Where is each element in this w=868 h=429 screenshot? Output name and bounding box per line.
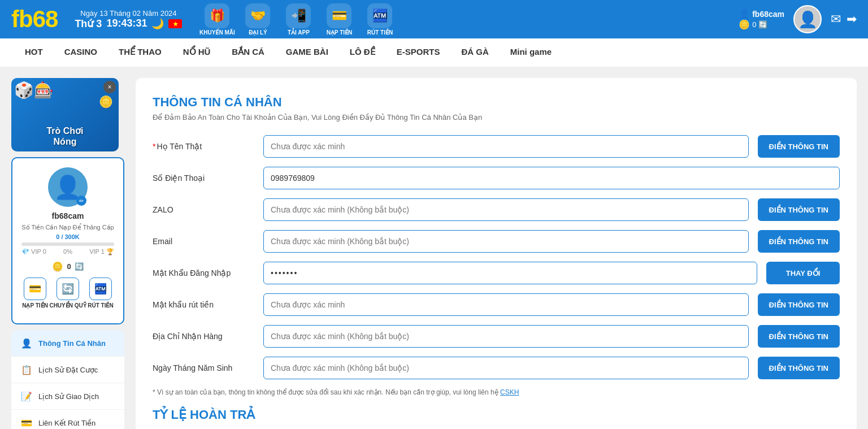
input-ho-ten[interactable] bbox=[263, 135, 749, 158]
lien-ket-icon: 💳 bbox=[20, 417, 33, 429]
logo-text-68: 68 bbox=[33, 6, 58, 32]
label-ngay-sinh: Ngày Tháng Năm Sinh bbox=[153, 363, 254, 372]
header-nav-icons: 🎁 KHUYẾN MÃI 🤝 ĐẠI LÝ 📲 TẢI APP 💳 NẠP TI… bbox=[199, 3, 398, 36]
nav-item-e-sports[interactable]: E-SPORTS bbox=[394, 39, 442, 66]
nav-item-casino[interactable]: CASINO bbox=[62, 39, 99, 66]
rut-tien-label: RÚT TIỀN bbox=[367, 29, 393, 36]
nav-nap-tien[interactable]: 💳 NẠP TIỀN bbox=[321, 3, 357, 36]
nav-item-da-ga[interactable]: ĐÁ GÀ bbox=[459, 39, 491, 66]
input-zalo[interactable] bbox=[263, 198, 749, 221]
action-rut-tien[interactable]: 🏧 RÚT TIỀN bbox=[88, 278, 113, 309]
coins-icon: 🪙 bbox=[99, 95, 113, 109]
menu-item-lien-ket-rut-tien[interactable]: 💳 Liên Kết Rút Tiền bbox=[11, 410, 124, 429]
label-so-dien-thoai: Số Điện Thoại bbox=[153, 174, 254, 183]
form-row-zalo: ZALO ĐIỀN THÔNG TIN bbox=[153, 198, 840, 221]
action-buttons: 💳 NẠP TIỀN 🔄 CHUYỂN QUỸ 🏧 RÚT TIỀN bbox=[21, 278, 114, 309]
input-dia-chi[interactable] bbox=[263, 325, 749, 348]
nav-item-the-thao[interactable]: THỂ THAO bbox=[116, 39, 164, 67]
date-display: Ngày 13 Tháng 02 Năm 2024 bbox=[80, 9, 176, 18]
chuyen-quy-action-icon: 🔄 bbox=[57, 278, 79, 300]
action-chuyen-quy[interactable]: 🔄 CHUYỂN QUỸ bbox=[49, 278, 86, 309]
refresh-balance-button[interactable]: 🔄 bbox=[75, 262, 84, 271]
label-mat-khau-dang-nhap: Mật Khẩu Đăng Nhập bbox=[153, 268, 254, 278]
content-area: THÔNG TIN CÁ NHÂN Để Đảm Bảo An Toàn Cho… bbox=[136, 78, 857, 429]
time-display: 19:43:31 bbox=[106, 18, 147, 29]
menu-item-thong-tin-ca-nhan[interactable]: 👤 Thông Tin Cá Nhân bbox=[11, 330, 124, 357]
btn-zalo[interactable]: ĐIỀN THÔNG TIN bbox=[758, 198, 840, 221]
form-row-so-dien-thoai: Số Điện Thoại bbox=[153, 167, 840, 189]
profile-form-subtitle: Để Đảm Bảo An Toàn Cho Tài Khoản Của Bạn… bbox=[153, 113, 840, 122]
khuyen-mai-label: KHUYẾN MÃI bbox=[199, 29, 235, 36]
label-dia-chi: Địa Chỉ Nhận Hàng bbox=[153, 332, 254, 341]
vip-percent: 0% bbox=[63, 248, 72, 255]
nav-item-ban-ca[interactable]: BẮN CÁ bbox=[229, 39, 267, 67]
input-mat-khau-rut-tien[interactable] bbox=[263, 293, 749, 316]
btn-ho-ten[interactable]: ĐIỀN THÔNG TIN bbox=[758, 135, 840, 158]
form-row-dia-chi: Địa Chỉ Nhận Hàng ĐIỀN THÔNG TIN bbox=[153, 325, 840, 348]
moon-icon: 🌙 bbox=[151, 18, 164, 30]
btn-email[interactable]: ĐIỀN THÔNG TIN bbox=[758, 230, 840, 253]
dice-icon: 🎲🎰 bbox=[14, 81, 54, 99]
cskh-link[interactable]: CSKH bbox=[500, 388, 519, 396]
nap-tien-icon: 💳 bbox=[327, 3, 351, 28]
nav-item-mini-game[interactable]: Mini game bbox=[508, 39, 554, 66]
refresh-icon-header[interactable]: 🔄 bbox=[758, 20, 767, 29]
nav-rut-tien[interactable]: 🏧 RÚT TIỀN bbox=[362, 3, 398, 36]
btn-ngay-sinh[interactable]: ĐIỀN THÔNG TIN bbox=[758, 357, 840, 379]
coin-icon-header: 🪙 bbox=[739, 19, 750, 30]
promo-line1: Trò Chơi bbox=[46, 126, 83, 136]
logout-icon[interactable]: ➡ bbox=[847, 12, 857, 27]
thong-tin-icon: 👤 bbox=[20, 337, 33, 349]
warning-text: * Vì sự an toàn của bạn, thông tin không… bbox=[153, 388, 840, 396]
nav-tai-app[interactable]: 📲 TẢI APP bbox=[280, 3, 316, 36]
promo-banner[interactable]: × 🎲🎰 🪙 Trò Chơi Nóng bbox=[11, 78, 119, 151]
nap-tien-label: NẠP TIỀN bbox=[327, 29, 353, 36]
input-ngay-sinh[interactable] bbox=[263, 357, 749, 379]
tai-app-label: TẢI APP bbox=[288, 29, 310, 36]
nap-tien-action-label: NẠP TIỀN bbox=[22, 302, 48, 309]
form-row-email: Email ĐIỀN THÔNG TIN bbox=[153, 230, 840, 253]
nap-tien-action-icon: 💳 bbox=[24, 278, 46, 300]
edit-avatar-button[interactable]: ✏ bbox=[76, 196, 86, 206]
header-balance: 0 bbox=[752, 20, 756, 29]
user-avatar-large: 👤 ✏ bbox=[48, 167, 88, 207]
promo-close-button[interactable]: × bbox=[103, 81, 116, 93]
tai-app-icon: 📲 bbox=[286, 3, 311, 28]
khuyen-mai-icon: 🎁 bbox=[205, 3, 229, 28]
promo-line2: Nóng bbox=[54, 137, 77, 146]
nav-item-no-hu[interactable]: NỔ HŨ bbox=[181, 39, 213, 67]
menu-label-lien-ket-rut-tien: Liên Kết Rút Tiền bbox=[38, 419, 96, 427]
header-right: 👤 fb68cam 🪙 0 🔄 👤 ✉ ➡ bbox=[739, 5, 857, 33]
progress-label: 0 / 300K bbox=[21, 233, 114, 240]
rut-tien-action-icon: 🏧 bbox=[89, 278, 112, 300]
form-row-ngay-sinh: Ngày Tháng Năm Sinh ĐIỀN THÔNG TIN bbox=[153, 357, 840, 379]
menu-item-lich-su-dat-cuoc[interactable]: 📋 Lịch Sử Đặt Cược bbox=[11, 357, 124, 383]
form-row-ho-ten: *Họ Tên Thật ĐIỀN THÔNG TIN bbox=[153, 135, 840, 158]
input-mat-khau-dang-nhap[interactable] bbox=[263, 262, 757, 284]
day-display: Thứ 3 bbox=[75, 18, 102, 30]
mail-icon[interactable]: ✉ bbox=[831, 12, 841, 27]
menu-label-lich-su-giao-dich: Lịch Sử Giao Dịch bbox=[38, 392, 99, 401]
btn-mat-khau-rut-tien[interactable]: ĐIỀN THÔNG TIN bbox=[758, 293, 840, 316]
input-so-dien-thoai[interactable] bbox=[263, 167, 840, 189]
btn-dia-chi[interactable]: ĐIỀN THÔNG TIN bbox=[758, 325, 840, 348]
btn-mat-khau-dang-nhap[interactable]: THAY ĐỔI bbox=[766, 262, 840, 284]
navbar: HOT CASINO THỂ THAO NỔ HŨ BẮN CÁ GAME BÀ… bbox=[0, 38, 868, 67]
user-avatar-header[interactable]: 👤 bbox=[793, 5, 822, 33]
menu-item-lich-su-giao-dich[interactable]: 📝 Lịch Sử Giao Dịch bbox=[11, 383, 124, 410]
header: fb68 Ngày 13 Tháng 02 Năm 2024 Thứ 3 19:… bbox=[0, 0, 868, 38]
nav-item-hot[interactable]: HOT bbox=[23, 39, 45, 66]
input-email[interactable] bbox=[263, 230, 749, 253]
sidebar: × 🎲🎰 🪙 Trò Chơi Nóng 👤 ✏ fb68cam Số Tiền… bbox=[11, 78, 124, 429]
nav-item-lo-de[interactable]: LÔ ĐỀ bbox=[348, 39, 377, 67]
upgrade-text: Số Tiền Cần Nạp Để Thăng Cấp bbox=[21, 224, 114, 231]
balance-amount: 0 bbox=[67, 262, 71, 271]
logo[interactable]: fb68 bbox=[11, 6, 58, 33]
nav-dai-ly[interactable]: 🤝 ĐẠI LÝ bbox=[240, 3, 276, 36]
flag-icon: ★ bbox=[168, 19, 182, 28]
section-hoan-tra-title: TỶ LỆ HOÀN TRẢ bbox=[153, 408, 840, 422]
nav-khuyen-mai[interactable]: 🎁 KHUYẾN MÃI bbox=[199, 3, 235, 36]
action-nap-tien[interactable]: 💳 NẠP TIỀN bbox=[22, 278, 48, 309]
nav-item-game-bai[interactable]: GAME BÀI bbox=[284, 39, 331, 66]
lich-su-giao-dich-icon: 📝 bbox=[20, 390, 33, 402]
